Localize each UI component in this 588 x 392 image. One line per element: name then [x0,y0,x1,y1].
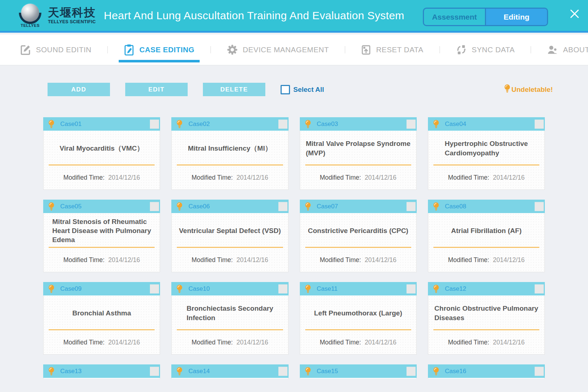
select-all-control[interactable]: Select All [281,85,324,94]
case-checkbox[interactable] [535,202,544,211]
case-checkbox[interactable] [278,284,287,293]
case-card-case05[interactable]: Case05 Mitral Stenosis of Rheumatic Hear… [43,200,160,272]
bulb-icon [305,367,311,376]
nav-separator [345,46,345,53]
modified-label: Modified Time: [192,174,233,181]
case-card-header: Case02 [171,117,288,131]
modified-time: Modified Time: 2014/12/16 [44,330,160,354]
case-checkbox[interactable] [407,119,416,128]
close-icon[interactable] [569,8,580,19]
case-card-body [428,378,544,379]
gear-icon [227,44,238,55]
case-id: Case09 [60,285,82,293]
case-title: Bronchiectasis Secondary Infection [172,295,288,329]
case-checkbox[interactable] [150,367,159,376]
app-title: Heart And Lung Auscultation Training And… [104,9,404,22]
case-checkbox[interactable] [535,119,544,128]
modified-label: Modified Time: [448,256,489,264]
case-card-case03[interactable]: Case03 Mitral Valve Prolapse Syndrome (M… [300,117,417,190]
modified-time: Modified Time: 2014/12/16 [300,166,416,189]
case-card-case04[interactable]: Case04 Hypertrophic Obstructive Cardiomy… [428,117,545,190]
case-card-case06[interactable]: Case06 Ventricular Septal Defect (VSD) M… [171,200,288,272]
select-all-checkbox[interactable] [281,85,290,94]
case-card-body: Hypertrophic Obstructive Cardiomyopathy … [428,131,544,189]
case-checkbox[interactable] [407,367,416,376]
case-card-body [44,378,160,379]
case-card-case09[interactable]: Case09 Bronchial Asthma Modified Time: 2… [43,282,160,355]
bulb-icon [48,284,55,294]
case-card-header: Case05 [43,200,160,213]
case-id: Case06 [188,203,210,210]
case-card-body: Atrial Fibrillation (AF) Modified Time: … [428,213,544,272]
case-card-header: Case09 [43,282,160,295]
nav-item-sync-data[interactable]: SYNC DATA [456,44,515,55]
case-card-body: Viral Myocarditis（VMC） Modified Time: 20… [44,131,160,189]
bulb-icon [305,284,311,294]
case-checkbox[interactable] [150,202,159,211]
case-checkbox[interactable] [535,284,544,293]
nav-item-about[interactable]: ABOUT [547,44,588,55]
modified-value: 2014/12/16 [108,256,140,264]
case-card-case12[interactable]: Case12 Chronic Obstructive Pulmonary Dis… [428,282,545,355]
case-card-case07[interactable]: Case07 Constrictive Pericarditis (CPC) M… [300,200,417,272]
nav-item-case-editing[interactable]: CASE EDITING [124,44,195,56]
case-grid: Case01 Viral Myocarditis（VMC） Modified T… [43,117,545,379]
case-card-body: Ventricular Septal Defect (VSD) Modified… [172,213,288,272]
case-card-body: Bronchiectasis Secondary Infection Modif… [172,295,288,354]
bulb-icon [433,119,440,129]
case-id: Case05 [60,203,82,210]
toolbar: ADD EDIT DELETE Select All Undeletable! [48,83,553,96]
modified-label: Modified Time: [320,256,361,264]
assessment-tab[interactable]: Assessment [424,9,486,25]
case-card-body [300,378,416,379]
modified-time: Modified Time: 2014/12/16 [172,248,288,272]
case-checkbox[interactable] [407,202,416,211]
add-button[interactable]: ADD [48,83,110,96]
bulb-icon [176,119,183,129]
case-title: Left Pneumothorax (Large) [300,295,416,329]
case-card-case14[interactable]: Case14 [171,364,288,379]
modified-label: Modified Time: [320,174,361,181]
case-card-case15[interactable]: Case15 [300,364,417,379]
case-checkbox[interactable] [535,367,544,376]
brand-english: TELLYES SCIENTIFIC [48,19,96,24]
edit-button[interactable]: EDIT [125,83,188,96]
case-card-case16[interactable]: Case16 [428,364,545,379]
case-card-body: Mitral Valve Prolapse Syndrome (MVP) Mod… [300,131,416,189]
globe-icon [21,4,39,22]
editing-tab[interactable]: Editing [486,9,547,25]
case-card-body [172,378,288,379]
case-checkbox[interactable] [278,367,287,376]
modified-label: Modified Time: [63,339,105,346]
case-card-header: Case11 [300,282,417,295]
content-area: ADD EDIT DELETE Select All Undeletable! … [0,66,588,392]
case-id: Case14 [188,368,210,375]
case-id: Case12 [445,285,466,293]
nav-item-sound-editin[interactable]: SOUND EDITIN [20,44,91,55]
case-card-header: Case13 [43,364,160,378]
case-card-body: Bronchial Asthma Modified Time: 2014/12/… [44,295,160,354]
case-title: Viral Myocarditis（VMC） [44,131,160,164]
case-card-case13[interactable]: Case13 [43,364,160,379]
case-card-case01[interactable]: Case01 Viral Myocarditis（VMC） Modified T… [43,117,160,190]
case-checkbox[interactable] [150,119,159,128]
modified-value: 2014/12/16 [493,339,525,346]
nav-item-device-management[interactable]: DEVICE MANAGEMENT [227,44,329,55]
bulb-icon [48,202,55,211]
case-id: Case04 [445,121,466,128]
case-checkbox[interactable] [278,202,287,211]
brand-chinese: 天堰科技 [48,7,96,19]
case-card-case10[interactable]: Case10 Bronchiectasis Secondary Infectio… [171,282,288,355]
modified-time: Modified Time: 2014/12/16 [428,248,544,272]
case-checkbox[interactable] [278,119,287,128]
case-title: Mitral Insufficiency（MI） [172,131,288,164]
case-card-case02[interactable]: Case02 Mitral Insufficiency（MI） Modified… [171,117,288,190]
nav-item-reset-data[interactable]: RESET DATA [361,45,423,55]
case-card-case08[interactable]: Case08 Atrial Fibrillation (AF) Modified… [428,200,545,272]
case-card-header: Case15 [300,364,417,378]
delete-button[interactable]: DELETE [203,83,265,96]
case-checkbox[interactable] [150,284,159,293]
case-card-case11[interactable]: Case11 Left Pneumothorax (Large) Modifie… [300,282,417,355]
case-checkbox[interactable] [407,284,416,293]
modified-value: 2014/12/16 [236,256,268,264]
